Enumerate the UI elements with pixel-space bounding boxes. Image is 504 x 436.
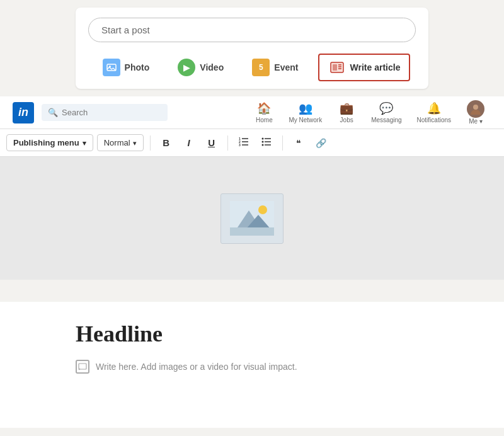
messaging-icon: 💬 [379, 101, 393, 115]
article-content-area: Headline Write here. Add images or a vid… [0, 302, 504, 428]
format-select-button[interactable]: Normal [97, 134, 144, 151]
svg-text:3: 3 [239, 143, 241, 146]
format-chevron-icon [133, 138, 137, 147]
italic-icon: I [188, 137, 190, 148]
svg-point-19 [261, 141, 263, 143]
event-icon: 5 [252, 59, 270, 76]
quote-icon: ❝ [296, 138, 301, 148]
article-headline[interactable]: Headline [76, 321, 428, 347]
post-creation-card: Start a post Photo ▶ Video 5 Event [76, 8, 428, 89]
toolbar-divider-1 [150, 135, 151, 151]
underline-icon: U [208, 137, 215, 148]
unordered-list-button[interactable] [257, 134, 276, 152]
article-body-hint: Write here. Add images or a video for vi… [76, 360, 428, 374]
mountain-image-icon [220, 193, 284, 244]
home-label: Home [256, 117, 273, 123]
italic-button[interactable]: I [180, 134, 198, 152]
quote-button[interactable]: ❝ [289, 134, 308, 152]
toolbar-divider-3 [282, 135, 283, 151]
me-label: Me ▾ [469, 118, 483, 125]
ordered-list-button[interactable]: 1 2 3 [234, 134, 253, 152]
video-icon: ▶ [178, 59, 195, 76]
body-hint-icon [76, 360, 89, 374]
photo-icon [103, 59, 120, 76]
bold-icon: B [163, 137, 169, 148]
post-actions-bar: Photo ▶ Video 5 Event Wr [88, 49, 416, 81]
toolbar-divider-2 [227, 135, 228, 151]
svg-rect-25 [230, 227, 274, 236]
start-post-input[interactable]: Start a post [88, 18, 416, 42]
link-button[interactable]: 🔗 [312, 134, 331, 152]
body-hint-text: Write here. Add images or a video for vi… [96, 362, 297, 372]
photo-action-button[interactable]: Photo [94, 54, 159, 81]
nav-item-jobs[interactable]: 💼 Jobs [331, 99, 362, 126]
search-icon: 🔍 [48, 108, 58, 117]
photo-label: Photo [125, 62, 150, 72]
write-article-label: Write article [350, 62, 401, 72]
nav-item-messaging[interactable]: 💬 Messaging [365, 99, 408, 126]
notifications-label: Notifications [417, 117, 451, 123]
publishing-menu-button[interactable]: Publishing menu [6, 134, 93, 151]
nav-items-container: 🏠 Home 👥 My Network 💼 Jobs 💬 Messaging 🔔… [248, 98, 491, 127]
network-icon: 👥 [299, 101, 312, 115]
nav-item-me[interactable]: Me ▾ [460, 98, 491, 127]
nav-item-home[interactable]: 🏠 Home [248, 99, 280, 126]
messaging-label: Messaging [371, 117, 401, 123]
network-label: My Network [289, 117, 322, 123]
bold-button[interactable]: B [157, 134, 176, 152]
linkedin-navbar: in 🔍 🏠 Home 👥 My Network 💼 Jobs 💬 Messag… [0, 96, 504, 129]
cover-image-placeholder [220, 193, 284, 244]
underline-button[interactable]: U [202, 134, 221, 152]
svg-point-20 [261, 144, 263, 146]
write-article-icon [328, 61, 346, 74]
search-bar[interactable]: 🔍 [42, 104, 168, 121]
search-input[interactable] [62, 108, 161, 117]
svg-point-8 [473, 105, 478, 110]
nav-item-network[interactable]: 👥 My Network [282, 99, 328, 126]
cover-image-area[interactable] [0, 157, 504, 280]
editor-toolbar: Publishing menu Normal B I U 1 2 3 [0, 129, 504, 157]
editor-area [0, 157, 504, 302]
linkedin-logo: in [13, 102, 34, 123]
svg-rect-26 [79, 364, 86, 369]
svg-rect-4 [333, 64, 337, 71]
ordered-list-icon: 1 2 3 [239, 137, 249, 148]
svg-point-18 [261, 138, 263, 140]
format-label: Normal [104, 138, 130, 147]
video-action-button[interactable]: ▶ Video [169, 54, 232, 81]
chevron-down-icon [83, 138, 86, 147]
link-icon: 🔗 [316, 138, 326, 148]
jobs-icon: 💼 [340, 101, 353, 115]
publishing-menu-label: Publishing menu [13, 138, 79, 147]
unordered-list-icon [261, 137, 272, 148]
nav-item-notifications[interactable]: 🔔 Notifications [411, 99, 457, 126]
event-label: Event [274, 62, 298, 72]
home-icon: 🏠 [257, 101, 271, 115]
write-article-button[interactable]: Write article [318, 54, 411, 81]
event-action-button[interactable]: 5 Event [243, 54, 307, 81]
video-label: Video [200, 62, 224, 72]
avatar [467, 100, 484, 118]
jobs-label: Jobs [340, 117, 353, 123]
svg-point-24 [258, 205, 267, 214]
notifications-icon: 🔔 [427, 101, 441, 115]
